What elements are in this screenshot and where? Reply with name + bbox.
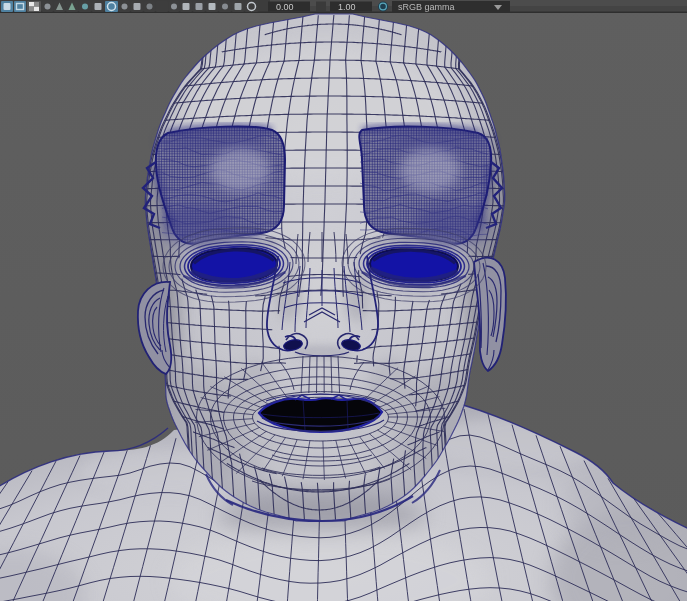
svg-text:0.00: 0.00 [276, 2, 294, 12]
svg-text:sRGB gamma: sRGB gamma [398, 2, 455, 12]
svg-text:1.00: 1.00 [338, 2, 356, 12]
